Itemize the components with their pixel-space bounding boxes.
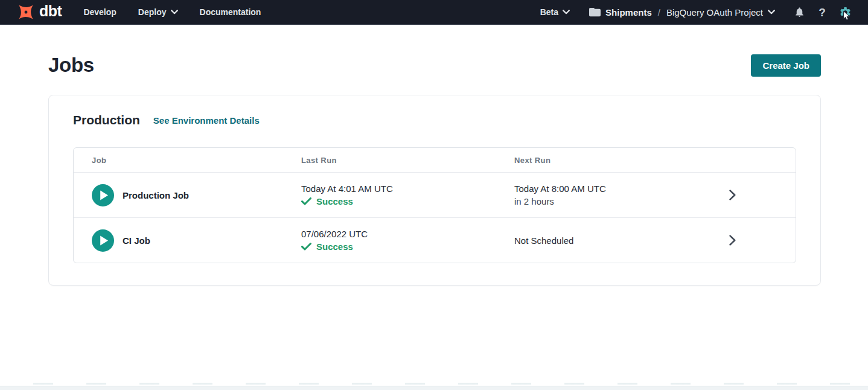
last-run-cell: 07/06/2022 UTC Success (301, 229, 514, 252)
nav-item-develop[interactable]: Develop (83, 7, 116, 17)
last-run-cell: Today At 4:01 AM UTC Success (301, 184, 514, 206)
settings-button[interactable] (838, 5, 852, 19)
last-run-status: Success (301, 196, 514, 206)
page-title: Jobs (48, 54, 94, 77)
beta-menu[interactable]: Beta (540, 7, 570, 17)
job-cell: Production Job (92, 184, 301, 206)
job-cell: CI Job (92, 229, 301, 252)
column-header-job: Job (92, 156, 301, 165)
beta-label: Beta (540, 7, 558, 17)
environment-details-link[interactable]: See Environment Details (153, 115, 260, 126)
last-run-time: Today At 4:01 AM UTC (301, 184, 514, 194)
next-run-cell: Today At 8:00 AM UTC in 2 hours (514, 184, 714, 206)
dbt-logo[interactable]: dbt (16, 2, 62, 22)
breadcrumb-separator: / (657, 7, 662, 18)
table-row-ci-job[interactable]: CI Job 07/06/2022 UTC Success Not Schedu… (74, 217, 796, 263)
breadcrumb-project[interactable]: Shipments (605, 7, 652, 18)
next-run-cell: Not Scheduled (514, 235, 714, 246)
notifications-button[interactable] (792, 5, 806, 19)
bottom-edge-strip (0, 386, 868, 390)
last-run-status: Success (301, 241, 514, 252)
chevron-down-icon (768, 10, 775, 14)
check-icon (301, 197, 311, 205)
folder-icon (589, 7, 601, 17)
row-open-button[interactable] (714, 190, 750, 200)
bell-icon (794, 6, 805, 18)
job-name: Production Job (123, 190, 189, 200)
next-run-note: in 2 hours (514, 196, 714, 206)
column-header-next-run: Next Run (514, 156, 714, 165)
help-button[interactable]: ? (815, 5, 829, 19)
breadcrumb: Shipments / BigQuery OAuth Project (589, 7, 775, 18)
jobs-table: Job Last Run Next Run Production Job Tod… (73, 147, 796, 263)
chevron-right-icon (729, 190, 736, 200)
column-header-last-run: Last Run (301, 156, 514, 165)
create-job-button[interactable]: Create Job (751, 54, 821, 77)
gear-icon (839, 6, 852, 19)
nav-right: Beta Shipments / BigQuery OAuth Project (540, 5, 852, 19)
run-job-button[interactable] (92, 184, 114, 206)
jobs-table-header-row: Job Last Run Next Run (74, 148, 796, 172)
chevron-down-icon (563, 10, 570, 14)
top-nav: dbt Develop Deploy Documentation Beta Sh… (0, 0, 868, 25)
breadcrumb-connection-label: BigQuery OAuth Project (666, 7, 763, 18)
dbt-logo-icon (16, 2, 36, 22)
environment-card-header: Production See Environment Details (73, 112, 796, 129)
next-run-time: Today At 8:00 AM UTC (514, 184, 714, 194)
breadcrumb-connection[interactable]: BigQuery OAuth Project (666, 7, 775, 18)
nav-item-label: Documentation (200, 7, 261, 17)
job-name: CI Job (123, 235, 150, 246)
status-text: Success (316, 241, 353, 252)
bottom-dashed-divider (0, 383, 868, 385)
chevron-down-icon (171, 10, 178, 14)
row-open-button[interactable] (714, 235, 750, 246)
check-icon (301, 243, 311, 251)
nav-items: Develop Deploy Documentation (83, 7, 261, 17)
nav-item-deploy[interactable]: Deploy (138, 7, 178, 17)
environment-name: Production (73, 112, 140, 129)
dbt-logo-text: dbt (39, 4, 62, 21)
table-row-production-job[interactable]: Production Job Today At 4:01 AM UTC Succ… (74, 172, 796, 217)
next-run-time: Not Scheduled (514, 235, 714, 246)
help-icon: ? (819, 7, 826, 18)
page-header: Jobs Create Job (48, 54, 821, 77)
status-text: Success (316, 196, 353, 206)
nav-item-label: Deploy (138, 7, 167, 17)
run-job-button[interactable] (92, 229, 114, 252)
chevron-right-icon (729, 235, 736, 246)
nav-item-documentation[interactable]: Documentation (200, 7, 261, 17)
environment-card: Production See Environment Details Job L… (48, 95, 821, 286)
last-run-time: 07/06/2022 UTC (301, 229, 514, 239)
nav-item-label: Develop (83, 7, 116, 17)
